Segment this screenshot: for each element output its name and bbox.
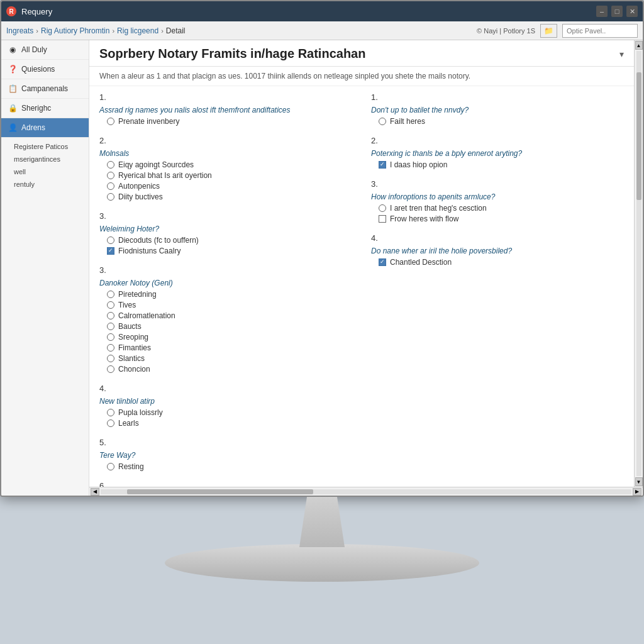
radio-circle[interactable]	[379, 118, 386, 125]
question-number: 2.	[371, 136, 624, 145]
question-number: 2.	[99, 136, 352, 145]
radio-circle[interactable]	[107, 344, 114, 352]
radio-circle[interactable]	[107, 355, 114, 362]
option-text: Prenate invenbery	[118, 117, 179, 126]
minimize-button[interactable]: –	[596, 6, 608, 17]
breadcrumb-rig-lic[interactable]: Rig licgeend	[117, 26, 158, 35]
question-number: 6.	[99, 481, 352, 487]
option-text: Sreoping	[118, 333, 148, 341]
option-item: Piretedning	[107, 290, 352, 299]
content-with-scroll: Soprbery Notary Framits in/hage Ratincah…	[89, 40, 643, 487]
radio-circle[interactable]	[107, 463, 114, 470]
title-bar: R Requery – □ ✕	[1, 1, 643, 21]
breadcrumb-sep-2: ›	[112, 27, 114, 35]
close-button[interactable]: ✕	[626, 6, 638, 17]
radio-circle[interactable]	[107, 365, 114, 373]
radio-circle[interactable]	[107, 172, 114, 179]
option-item: Pupla loissrly	[107, 408, 352, 417]
radio-circle[interactable]	[107, 193, 114, 201]
question-section-7: 6. Rcgieers Matoru Redlunied	[99, 481, 352, 487]
option-text: Baucts	[118, 322, 142, 331]
v-scroll-thumb[interactable]	[636, 72, 641, 200]
collapse-button[interactable]: ▾	[619, 49, 624, 59]
v-scroll-track	[636, 51, 641, 476]
scroll-left-button[interactable]: ◀	[91, 488, 99, 496]
sub-item-registere[interactable]: Registere Paticos	[1, 140, 89, 153]
toolbar: Ingreats › Rig Autiory Phromtin › Rig li…	[1, 21, 643, 40]
breadcrumb-detail: Detail	[166, 26, 186, 35]
breadcrumb-ingreats[interactable]: Ingreats	[6, 26, 33, 35]
vertical-scrollbar: ▲ ▼	[634, 40, 643, 487]
question-label: How inforoptions to apenits armluce?	[371, 192, 624, 201]
radio-circle[interactable]	[107, 236, 114, 244]
user-info: © Nayi | Potlory 1S	[477, 27, 535, 35]
option-text: Autonpenics	[118, 182, 160, 191]
option-text: Ryerical bhat Is arit oyertion	[118, 171, 212, 180]
sidebar-item-label: All Duly	[21, 45, 47, 54]
search-input[interactable]	[562, 24, 638, 38]
question-label: Assrad rig names you nalis alost ift the…	[99, 106, 352, 114]
option-text: Pupla loissrly	[118, 408, 163, 417]
question-label: Molnsals	[99, 149, 352, 158]
option-item: Ryerical bhat Is arit oyertion	[107, 171, 352, 180]
radio-circle[interactable]	[107, 161, 114, 169]
option-item: Baucts	[107, 322, 352, 331]
h-scroll-thumb[interactable]	[127, 489, 313, 494]
scroll-right-button[interactable]: ▶	[633, 488, 641, 496]
question-number: 1.	[371, 92, 624, 102]
option-text: Tives	[118, 301, 136, 309]
sidebar: ◉ All Duly ❓ Quiesions 📋 Campanenals 🔒 S…	[1, 40, 89, 496]
right-question-section-3: 3. How inforoptions to apenits armluce? …	[371, 179, 624, 223]
right-column: 1. Don't up to batilet the nnvdy? Failt …	[371, 92, 624, 487]
question-label: New tiinblol atirp	[99, 397, 352, 406]
sidebar-item-sherighc[interactable]: 🔒 Sherighc	[1, 99, 89, 118]
checkbox-checked[interactable]	[107, 247, 114, 255]
sidebar-item-adrens[interactable]: 👤 Adrens	[1, 118, 89, 138]
option-item: Diity buctives	[107, 192, 352, 201]
checkbox-checked[interactable]	[379, 258, 386, 266]
option-text: Learls	[118, 419, 139, 428]
option-item: Fiodnistuns Caalry	[107, 247, 352, 255]
radio-circle[interactable]	[107, 323, 114, 330]
scroll-down-button[interactable]: ▼	[635, 477, 643, 486]
option-item: I aret tren that heg's cesction	[379, 204, 624, 213]
radio-circle[interactable]	[107, 419, 114, 427]
option-text: Diecoduts (fc to ouffern)	[118, 236, 199, 245]
folder-button[interactable]: 📁	[540, 24, 557, 38]
checkbox-unchecked[interactable]	[379, 215, 386, 223]
horizontal-scrollbar: ◀ ▶	[89, 487, 643, 496]
breadcrumb-sep-1: ›	[36, 27, 38, 35]
breadcrumb-sep-3: ›	[161, 27, 164, 35]
option-item: Failt heres	[379, 117, 624, 126]
radio-circle[interactable]	[107, 312, 114, 319]
radio-circle[interactable]	[107, 333, 114, 341]
option-item: Chantled Desction	[379, 258, 624, 267]
right-question-section-2: 2. Poterxing ic thanls be a bply ennerot…	[371, 136, 624, 169]
sub-item-rentuly[interactable]: rentuly	[1, 178, 89, 191]
left-column: 1. Assrad rig names you nalis alost ift …	[99, 92, 352, 487]
radio-circle[interactable]	[107, 409, 114, 416]
radio-circle[interactable]	[107, 291, 114, 298]
question-label: Do nane wher ar iril the holie poversbil…	[371, 247, 624, 255]
right-question-section-1: 1. Don't up to batilet the nnvdy? Failt …	[371, 92, 624, 126]
question-section-4: 3. Danoker Notoy (Genl) Piretedning	[99, 265, 352, 374]
radio-circle[interactable]	[107, 182, 114, 190]
sidebar-item-campanenals[interactable]: 📋 Campanenals	[1, 79, 89, 99]
question-label: Weleiming Hoter?	[99, 225, 352, 233]
option-text: I aret tren that heg's cesction	[390, 204, 487, 213]
sidebar-item-questions[interactable]: ❓ Quiesions	[1, 60, 89, 79]
content-scroll[interactable]: 1. Assrad rig names you nalis alost ift …	[89, 86, 634, 487]
sub-item-mserigantinces[interactable]: mserigantinces	[1, 153, 89, 165]
radio-circle[interactable]	[107, 301, 114, 309]
sub-item-well[interactable]: well	[1, 165, 89, 178]
scroll-up-button[interactable]: ▲	[635, 41, 643, 50]
checkbox-checked[interactable]	[379, 161, 386, 169]
question-label: Don't up to batilet the nnvdy?	[371, 106, 624, 114]
maximize-button[interactable]: □	[611, 6, 623, 17]
breadcrumb-rig-autiory[interactable]: Rig Autiory Phromtin	[41, 26, 109, 35]
sidebar-item-all-duly[interactable]: ◉ All Duly	[1, 40, 89, 60]
adrens-icon: 👤	[8, 123, 18, 133]
radio-circle[interactable]	[107, 118, 114, 125]
monitor-stand-base	[165, 544, 479, 582]
radio-circle[interactable]	[379, 204, 386, 212]
